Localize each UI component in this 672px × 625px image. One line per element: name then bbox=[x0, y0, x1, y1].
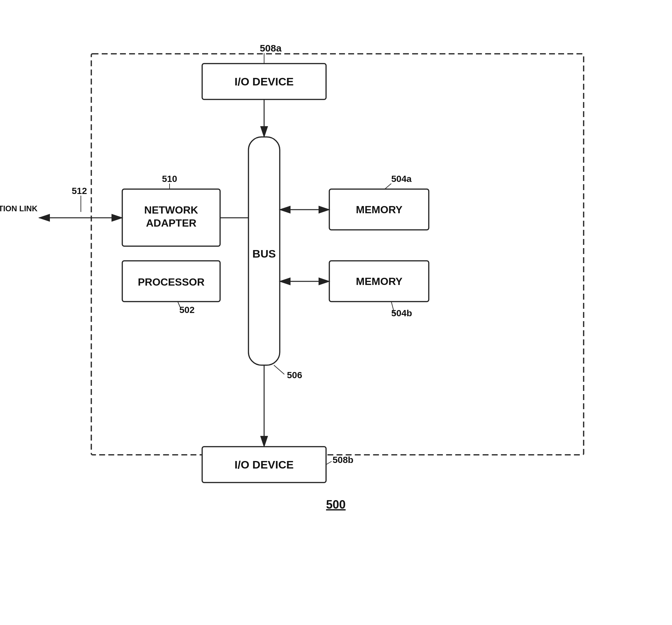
svg-rect-21 bbox=[248, 137, 280, 365]
svg-text:ADAPTER: ADAPTER bbox=[146, 217, 197, 229]
svg-text:508b: 508b bbox=[333, 455, 354, 465]
svg-text:PROCESSOR: PROCESSOR bbox=[138, 276, 205, 288]
svg-text:MEMORY: MEMORY bbox=[356, 275, 403, 287]
svg-text:NETWORK: NETWORK bbox=[144, 204, 198, 216]
svg-text:502: 502 bbox=[179, 305, 195, 315]
svg-line-29 bbox=[326, 461, 332, 464]
svg-text:BUS: BUS bbox=[253, 247, 276, 260]
svg-line-52 bbox=[391, 302, 394, 314]
svg-rect-26 bbox=[202, 447, 326, 483]
svg-text:MEMORY: MEMORY bbox=[356, 204, 403, 216]
svg-text:I/O DEVICE: I/O DEVICE bbox=[235, 75, 293, 88]
svg-rect-30 bbox=[122, 189, 220, 246]
svg-rect-44 bbox=[329, 189, 429, 230]
svg-rect-49 bbox=[329, 261, 429, 302]
svg-text:512: 512 bbox=[72, 186, 87, 196]
svg-rect-40 bbox=[122, 261, 220, 302]
svg-text:COMMUNICATION LINK: COMMUNICATION LINK bbox=[0, 204, 38, 213]
svg-text:504b: 504b bbox=[391, 308, 412, 318]
svg-line-43 bbox=[178, 302, 181, 310]
svg-rect-15 bbox=[91, 54, 584, 455]
svg-text:508a: 508a bbox=[260, 43, 282, 53]
main-svg-diagram: I/O DEVICE 508a BUS 506 I/O DEVICE 508b … bbox=[0, 0, 672, 625]
svg-line-24 bbox=[274, 365, 284, 374]
svg-line-47 bbox=[385, 184, 391, 189]
svg-text:I/O DEVICE: I/O DEVICE bbox=[235, 458, 293, 471]
svg-text:500: 500 bbox=[326, 498, 345, 511]
svg-rect-16 bbox=[202, 64, 326, 99]
svg-text:510: 510 bbox=[162, 174, 177, 184]
svg-text:506: 506 bbox=[287, 370, 302, 380]
svg-text:504a: 504a bbox=[391, 174, 412, 184]
